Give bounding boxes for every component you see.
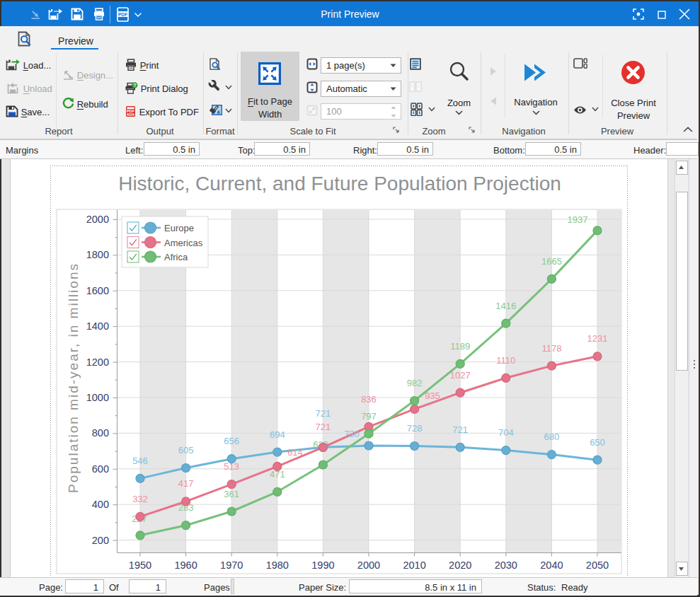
svg-text:1990: 1990	[311, 560, 334, 571]
svg-text:2000: 2000	[86, 214, 109, 225]
svg-text:836: 836	[361, 394, 377, 405]
svg-text:721: 721	[316, 422, 331, 432]
svg-text:694: 694	[270, 429, 285, 440]
svg-text:656: 656	[224, 436, 239, 446]
svg-text:730: 730	[344, 429, 360, 439]
svg-text:1189: 1189	[450, 341, 470, 352]
svg-text:PDF: PDF	[127, 109, 135, 113]
svg-text:721: 721	[316, 408, 331, 419]
svg-text:417: 417	[178, 478, 194, 489]
svg-text:1416: 1416	[495, 301, 516, 311]
svg-text:800: 800	[92, 427, 109, 439]
svg-text:1800: 1800	[86, 249, 109, 260]
svg-text:1000: 1000	[86, 392, 109, 403]
svg-text:361: 361	[224, 489, 239, 499]
svg-text:546: 546	[132, 456, 148, 466]
svg-text:2000: 2000	[357, 560, 380, 571]
svg-text:2050: 2050	[586, 560, 609, 571]
svg-text:2040: 2040	[540, 560, 563, 571]
svg-text:935: 935	[425, 390, 440, 401]
svg-text:650: 650	[590, 437, 605, 448]
svg-text:2020: 2020	[449, 560, 471, 571]
svg-text:1950: 1950	[129, 560, 151, 571]
svg-text:Americas: Americas	[164, 238, 203, 248]
svg-text:1027: 1027	[450, 370, 471, 381]
svg-text:1110: 1110	[496, 355, 515, 366]
svg-text:680: 680	[544, 431, 560, 442]
svg-text:614: 614	[287, 447, 303, 458]
svg-text:728: 728	[407, 423, 423, 434]
svg-text:1600: 1600	[86, 285, 109, 296]
svg-text:1200: 1200	[86, 357, 109, 368]
svg-text:2010: 2010	[403, 560, 425, 571]
svg-text:200: 200	[92, 535, 109, 546]
svg-text:605: 605	[178, 445, 194, 456]
svg-text:1665: 1665	[541, 256, 562, 267]
svg-text:1980: 1980	[266, 560, 289, 571]
svg-text:1231: 1231	[587, 333, 608, 344]
svg-text:400: 400	[92, 499, 109, 510]
svg-text:1937: 1937	[568, 214, 588, 225]
svg-text:1960: 1960	[174, 560, 197, 571]
svg-text:Africa: Africa	[164, 252, 188, 262]
svg-text:797: 797	[361, 411, 377, 422]
svg-text:721: 721	[452, 424, 468, 435]
svg-text:600: 600	[92, 463, 109, 475]
svg-text:332: 332	[132, 494, 148, 504]
svg-text:982: 982	[407, 378, 423, 388]
svg-text:1178: 1178	[541, 343, 561, 354]
svg-text:1970: 1970	[220, 560, 243, 571]
svg-text:Population mid-year, in millio: Population mid-year, in millions	[66, 262, 81, 493]
svg-text:1400: 1400	[86, 320, 109, 332]
svg-text:?: ?	[133, 82, 137, 88]
svg-text:PDF: PDF	[118, 12, 127, 17]
svg-text:Europe: Europe	[164, 223, 194, 233]
svg-text:2030: 2030	[495, 560, 517, 571]
svg-text:704: 704	[498, 427, 514, 438]
